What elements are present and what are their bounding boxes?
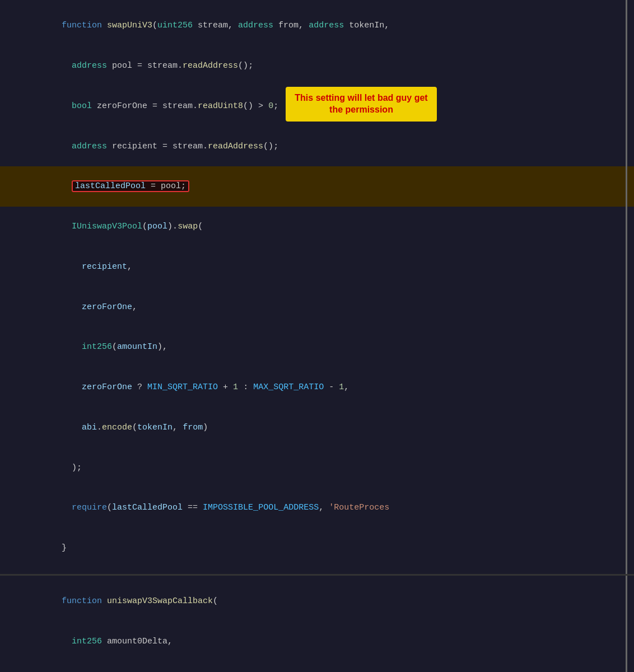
- code-line: int256 amount1Delta,: [0, 661, 634, 672]
- code-line: function uniswapV3SwapCallback(: [0, 581, 634, 622]
- code-line: zeroForOne,: [0, 287, 634, 327]
- top-annotation: This setting will let bad guy get the pe…: [286, 87, 437, 122]
- code-line: abi.encode(tokenIn, from): [0, 408, 634, 448]
- separator: [626, 0, 627, 574]
- separator-bottom: [626, 576, 627, 673]
- bottom-code-block: function uniswapV3SwapCallback( int256 a…: [0, 576, 634, 673]
- code-line: recipient,: [0, 247, 634, 287]
- red-outline-box: lastCalledPool = pool;: [72, 180, 189, 192]
- code-line: function swapUniV3(uint256 stream, addre…: [0, 6, 634, 46]
- code-line: zeroForOne ? MIN_SQRT_RATIO + 1 : MAX_SQ…: [0, 367, 634, 408]
- code-line: }: [0, 528, 634, 568]
- code-line: require(lastCalledPool == IMPOSSIBLE_POO…: [0, 488, 634, 528]
- code-line-highlighted: lastCalledPool = pool;: [0, 166, 634, 207]
- top-code-panel: function swapUniV3(uint256 stream, addre…: [0, 0, 634, 576]
- code-line: int256(amountIn),: [0, 327, 634, 367]
- code-line: int256 amount0Delta,: [0, 621, 634, 661]
- top-code-block: function swapUniV3(uint256 stream, addre…: [0, 0, 634, 574]
- bottom-code-panel: function uniswapV3SwapCallback( int256 a…: [0, 576, 634, 673]
- code-line: address recipient = stream.readAddress()…: [0, 126, 634, 166]
- main-container: function swapUniV3(uint256 stream, addre…: [0, 0, 634, 672]
- code-line: );: [0, 447, 634, 488]
- code-line: IUniswapV3Pool(pool).swap(: [0, 207, 634, 247]
- code-line: address pool = stream.readAddress();: [0, 46, 634, 86]
